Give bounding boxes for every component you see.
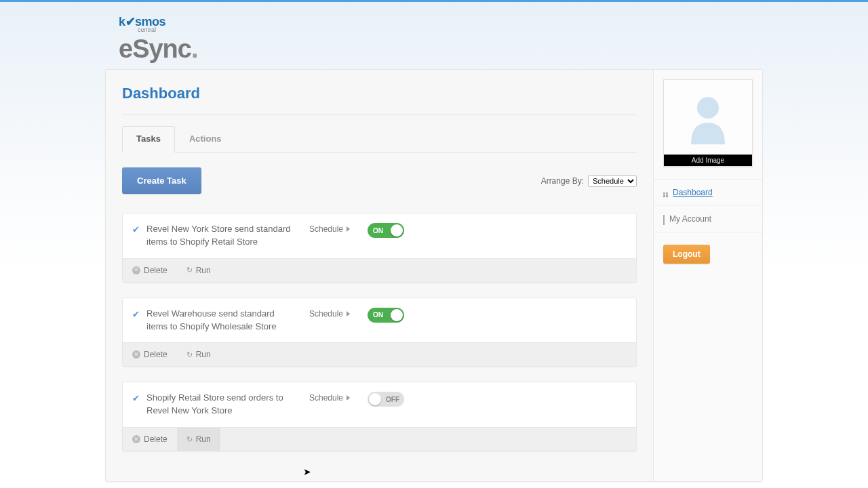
avatar-box: Add Image — [663, 79, 753, 167]
task-card: ✔Revel New York Store send standard item… — [122, 213, 637, 283]
chevron-right-icon — [347, 226, 350, 232]
task-actions: ✕Delete↻Run — [123, 342, 636, 366]
task-head: ✔Revel New York Store send standard item… — [123, 214, 636, 258]
close-icon: ✕ — [132, 266, 140, 274]
check-icon: ✔ — [125, 15, 136, 28]
task-actions: ✕Delete↻Run — [123, 258, 636, 282]
schedule-link[interactable]: Schedule — [309, 393, 350, 403]
schedule-link[interactable]: Schedule — [309, 309, 350, 319]
schedule-label: Schedule — [309, 309, 343, 319]
page-title: Dashboard — [122, 85, 637, 102]
delete-label: Delete — [144, 350, 167, 359]
close-icon: ✕ — [132, 350, 140, 359]
tabs: TasksActions — [122, 115, 637, 152]
schedule-link[interactable]: Schedule — [309, 224, 350, 234]
delete-label: Delete — [144, 434, 167, 444]
content-box: Dashboard TasksActions Create Task Arran… — [105, 69, 763, 482]
sidebar-item-my-account[interactable]: My Account — [654, 206, 762, 232]
grid-icon — [663, 188, 668, 197]
close-icon: ✕ — [132, 435, 140, 443]
headphones-icon — [663, 216, 665, 223]
logout-button[interactable]: Logout — [663, 245, 710, 264]
schedule-label: Schedule — [309, 224, 343, 234]
task-title: Revel New York Store send standard items… — [146, 223, 302, 249]
toggle-label: OFF — [386, 396, 399, 403]
task-toggle[interactable]: OFF — [368, 392, 404, 407]
delete-button[interactable]: ✕Delete — [123, 343, 177, 366]
svg-point-0 — [697, 97, 719, 119]
logo-esync-text: eSync — [119, 35, 191, 63]
delete-button[interactable]: ✕Delete — [123, 259, 177, 282]
check-icon: ✔ — [132, 393, 140, 403]
tab-actions[interactable]: Actions — [175, 126, 236, 152]
arrange-by: Arrange By: Schedule — [541, 175, 637, 187]
toggle-knob — [369, 393, 381, 405]
sidebar: Add Image DashboardMy Account Logout — [654, 70, 762, 481]
task-toggle[interactable]: ON — [368, 223, 404, 238]
page-wrapper: k✔smos central eSync. Dashboard TasksAct… — [105, 2, 763, 482]
task-head: ✔Shopify Retail Store send orders to Rev… — [123, 382, 636, 427]
avatar-placeholder — [664, 80, 752, 155]
run-button[interactable]: ↻Run — [177, 259, 220, 282]
refresh-icon: ↻ — [186, 266, 193, 274]
delete-button[interactable]: ✕Delete — [123, 428, 177, 451]
delete-label: Delete — [144, 266, 167, 275]
task-card: ✔Shopify Retail Store send orders to Rev… — [122, 382, 637, 451]
check-icon: ✔ — [132, 224, 140, 235]
toggle-knob — [391, 224, 403, 237]
task-toggle[interactable]: ON — [368, 308, 404, 323]
run-button[interactable]: ↻Run — [177, 343, 220, 366]
check-icon: ✔ — [132, 309, 140, 319]
logo-k: k — [119, 15, 125, 28]
task-head: ✔Revel Warehouse send standard items to … — [123, 298, 636, 343]
sidebar-item-label: My Account — [669, 214, 711, 224]
chevron-right-icon — [347, 311, 350, 317]
arrange-label: Arrange By: — [541, 176, 584, 186]
run-label: Run — [196, 350, 211, 359]
toggle-knob — [391, 309, 403, 321]
task-card: ✔Revel Warehouse send standard items to … — [122, 298, 637, 367]
side-nav: DashboardMy Account — [654, 179, 762, 232]
chevron-right-icon — [347, 395, 350, 401]
add-image-button[interactable]: Add Image — [664, 155, 752, 166]
task-list: ✔Revel New York Store send standard item… — [122, 213, 637, 451]
create-task-button[interactable]: Create Task — [122, 167, 201, 194]
run-label: Run — [196, 266, 211, 275]
logo-esync: eSync. — [119, 35, 763, 64]
refresh-icon: ↻ — [186, 435, 193, 444]
task-title: Shopify Retail Store send orders to Reve… — [146, 392, 302, 418]
toolbar: Create Task Arrange By: Schedule — [122, 167, 637, 194]
schedule-label: Schedule — [309, 393, 343, 403]
sidebar-item-label: Dashboard — [673, 188, 713, 197]
toggle-label: ON — [373, 227, 383, 235]
run-button[interactable]: ↻Run — [177, 428, 220, 451]
avatar-icon — [684, 90, 732, 144]
refresh-icon: ↻ — [186, 350, 193, 359]
arrange-select[interactable]: Schedule — [588, 175, 637, 187]
tab-tasks[interactable]: Tasks — [122, 126, 175, 152]
task-actions: ✕Delete↻Run — [123, 427, 636, 451]
logo-central: central — [138, 26, 763, 33]
sidebar-item-dashboard[interactable]: Dashboard — [654, 179, 762, 206]
task-title: Revel Warehouse send standard items to S… — [146, 308, 302, 333]
toggle-label: ON — [373, 311, 383, 319]
run-label: Run — [196, 434, 211, 444]
logo-area: k✔smos central eSync. — [105, 2, 763, 69]
logo-dot: . — [191, 35, 198, 63]
main-panel: Dashboard TasksActions Create Task Arran… — [106, 70, 654, 481]
